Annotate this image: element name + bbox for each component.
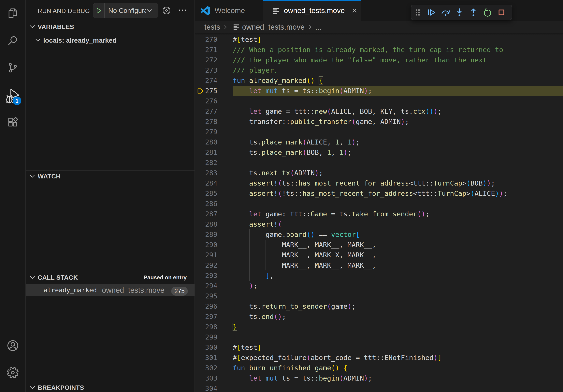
line-number: 294	[195, 281, 218, 291]
tab-welcome[interactable]: Welcome	[195, 0, 263, 21]
code-text: fun burn_unfinished_game() {	[233, 363, 348, 373]
more-actions-icon[interactable]	[179, 9, 186, 12]
breakpoints-section-label: BREAKPOINTS	[38, 384, 84, 392]
debug-configuration-select[interactable]: No Configurations	[108, 7, 146, 14]
code-line-285[interactable]: 285 assert!(!ts::has_most_recent_for_add…	[195, 188, 563, 198]
line-number: 282	[195, 157, 218, 168]
stack-frame-file: owned_tests.move	[102, 286, 165, 295]
breakpoints-section-header[interactable]: BREAKPOINTS	[26, 382, 194, 392]
start-debugging-play-icon[interactable]	[93, 3, 105, 18]
call-stack-section-header[interactable]: CALL STACK Paused on entry	[26, 272, 194, 283]
code-line-294[interactable]: 294 );	[195, 281, 563, 291]
code-area[interactable]: 270#[test]271/// When a position is alre…	[195, 33, 563, 392]
code-line-293[interactable]: 293 ],	[195, 270, 563, 281]
code-line-284[interactable]: 284 assert!(ts::has_most_recent_for_addr…	[195, 178, 563, 188]
line-number: 299	[195, 332, 218, 342]
code-line-296[interactable]: 296 ts.return_to_sender(game);	[195, 301, 563, 312]
code-text: fun already_marked() {	[233, 75, 323, 86]
code-line-291[interactable]: 291 MARK__, MARK_X, MARK__,	[195, 250, 563, 260]
code-line-282[interactable]: 282	[195, 157, 563, 168]
chevron-down-icon	[29, 172, 36, 180]
code-line-276[interactable]: 276	[195, 96, 563, 106]
code-text: ts.place_mark(ALICE, 1, 1);	[233, 137, 360, 147]
close-icon[interactable]	[352, 8, 358, 14]
code-line-299[interactable]: 299	[195, 332, 563, 342]
indent-guide	[266, 240, 266, 270]
line-number: 272	[195, 55, 218, 65]
code-line-271[interactable]: 271/// When a position is already marked…	[195, 45, 563, 55]
code-line-283[interactable]: 283 ts.next_tx(ADMIN);	[195, 168, 563, 178]
line-number: 295	[195, 291, 218, 301]
code-line-281[interactable]: 281 ts.place_mark(BOB, 1, 1);	[195, 147, 563, 157]
line-number: 302	[195, 363, 218, 373]
code-line-279[interactable]: 279	[195, 127, 563, 137]
account-icon[interactable]	[0, 339, 26, 352]
start-debugging-control[interactable]: No Configurations	[93, 3, 158, 18]
tab-owned-tests[interactable]: owned_tests.move	[263, 0, 361, 21]
debug-step-out-button[interactable]	[466, 5, 480, 20]
locals-scope-row[interactable]: locals: already_marked	[26, 35, 194, 46]
watch-section-header[interactable]: WATCH	[26, 170, 194, 182]
stack-frame-line-badge: 275	[171, 287, 188, 296]
debug-stop-button[interactable]	[494, 5, 508, 20]
code-line-302[interactable]: 302fun burn_unfinished_game() {	[195, 363, 563, 373]
debug-settings-gear-icon[interactable]	[162, 6, 171, 15]
line-number: 298	[195, 322, 218, 332]
gripper-icon[interactable]	[411, 5, 424, 20]
line-number: 291	[195, 250, 218, 260]
breadcrumb-symbol[interactable]: ...	[315, 23, 321, 31]
debug-step-into-button[interactable]	[452, 5, 466, 20]
code-line-298[interactable]: 298}	[195, 322, 563, 332]
breadcrumb-folder[interactable]: tests	[204, 23, 220, 31]
variables-section-label: VARIABLES	[38, 23, 74, 31]
code-text: MARK__, MARK__, MARK__,	[233, 240, 376, 250]
code-line-301[interactable]: 301#[expected_failure(abort_code = ttt::…	[195, 353, 563, 363]
debug-badge: 1	[13, 96, 21, 105]
extensions-icon[interactable]	[0, 116, 26, 128]
code-line-277[interactable]: 277 let game = ttt::new(ALICE, BOB, KEY,…	[195, 106, 563, 117]
stack-frame-row[interactable]: already_marked owned_tests.move 275	[26, 284, 194, 296]
code-line-300[interactable]: 300#[test]	[195, 342, 563, 353]
line-number: 288	[195, 219, 218, 229]
code-line-286[interactable]: 286	[195, 198, 563, 209]
line-number: 286	[195, 198, 218, 209]
code-line-288[interactable]: 288 assert!(	[195, 219, 563, 229]
variables-section-header[interactable]: VARIABLES	[26, 21, 194, 32]
code-line-303[interactable]: 303 let mut ts = ts::begin(ADMIN);	[195, 373, 563, 383]
code-line-274[interactable]: 274fun already_marked() {	[195, 75, 563, 86]
debug-continue-button[interactable]	[424, 5, 438, 20]
code-text: ts.end();	[233, 312, 286, 322]
chevron-down-icon	[34, 37, 42, 44]
code-line-289[interactable]: 289 game.board() == vector[	[195, 229, 563, 240]
bracket-match-box	[319, 76, 323, 84]
settings-gear-icon[interactable]	[0, 366, 26, 379]
code-line-278[interactable]: 278 transfer::public_transfer(game, ADMI…	[195, 117, 563, 127]
line-number: 293	[195, 270, 218, 281]
line-number: 278	[195, 117, 218, 127]
code-line-272[interactable]: 272/// the player who made the "false" m…	[195, 55, 563, 65]
code-line-295[interactable]: 295	[195, 291, 563, 301]
code-line-287[interactable]: 287 let game: ttt::Game = ts.take_from_s…	[195, 209, 563, 219]
source-control-icon[interactable]	[0, 62, 26, 74]
code-text: game.board() == vector[	[233, 229, 360, 240]
line-number: 297	[195, 312, 218, 322]
code-line-275[interactable]: 275 let mut ts = ts::begin(ADMIN);	[195, 86, 563, 96]
watch-section-label: WATCH	[38, 173, 61, 180]
code-line-290[interactable]: 290 MARK__, MARK__, MARK__,	[195, 240, 563, 250]
file-lines-icon	[234, 24, 239, 30]
search-icon[interactable]	[0, 35, 26, 47]
explorer-icon[interactable]	[0, 7, 26, 19]
code-line-270[interactable]: 270#[test]	[195, 34, 563, 45]
debug-step-over-button[interactable]	[438, 5, 452, 20]
line-number: 271	[195, 45, 218, 55]
vscode-logo-icon	[201, 6, 210, 15]
run-and-debug-sidebar: RUN AND DEBUG No Configurations VARIABLE…	[26, 0, 195, 392]
code-line-292[interactable]: 292 MARK__, MARK__, MARK__,	[195, 260, 563, 270]
code-line-280[interactable]: 280 ts.place_mark(ALICE, 1, 1);	[195, 137, 563, 147]
line-number: 283	[195, 168, 218, 178]
debug-restart-button[interactable]	[480, 5, 494, 20]
code-line-304[interactable]: 304	[195, 383, 563, 392]
code-line-273[interactable]: 273/// player.	[195, 65, 563, 75]
code-line-297[interactable]: 297 ts.end();	[195, 312, 563, 322]
breadcrumb-file[interactable]: owned_tests.move	[242, 23, 305, 31]
